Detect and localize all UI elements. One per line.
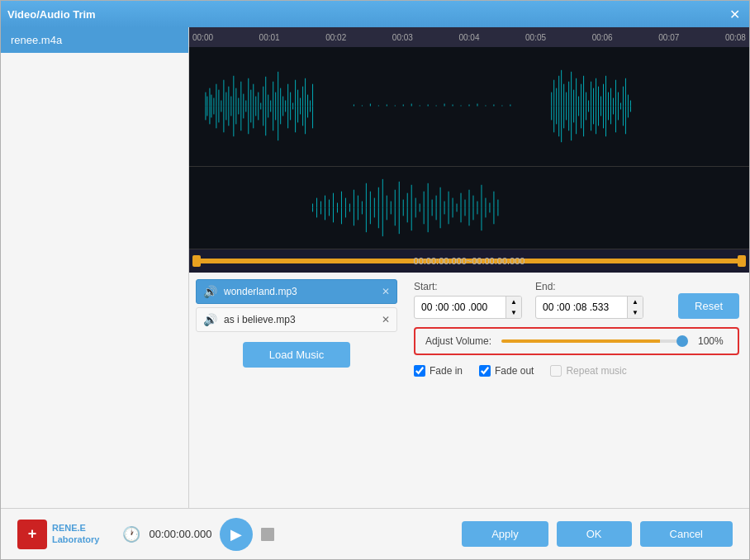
apply-button[interactable]: Apply <box>462 521 548 547</box>
timeline-labels: 00:00 00:01 00:02 00:03 00:04 00:05 00:0… <box>192 33 746 42</box>
end-spin-down[interactable]: ▼ <box>628 307 643 318</box>
timeline-label-4: 00:04 <box>458 33 479 42</box>
music-item-close-0[interactable]: ✕ <box>382 286 390 297</box>
playback-section: 🕐 00:00:00.000 ▶ <box>122 518 452 551</box>
window-title: Video/Audio Trim <box>7 8 96 21</box>
fade-out-label: Fade out <box>495 365 534 377</box>
volume-label: Adjust Volume: <box>425 335 491 347</box>
brand-line1: RENE.E <box>52 523 99 534</box>
stop-button[interactable] <box>261 528 274 541</box>
start-label: Start: <box>414 281 522 292</box>
timeline-label-3: 00:03 <box>392 33 413 42</box>
close-button[interactable]: ✕ <box>726 6 743 22</box>
brand-line2: Laboratory <box>52 534 99 545</box>
repeat-music-checkbox <box>550 365 562 377</box>
reset-button[interactable]: Reset <box>678 293 739 319</box>
trim-controls: Start: ▲ ▼ End: <box>404 273 749 508</box>
fade-in-checkbox[interactable] <box>414 365 425 377</box>
clock-icon: 🕐 <box>122 525 140 543</box>
end-spin-up[interactable]: ▲ <box>628 297 643 307</box>
waveform-svg-bottom <box>189 167 749 249</box>
play-icon: ▶ <box>230 525 242 543</box>
volume-slider[interactable] <box>501 339 688 343</box>
playback-time: 00:00:00.000 <box>149 528 211 540</box>
brand-logo: + <box>17 520 47 549</box>
start-spin: ▲ ▼ <box>506 297 521 318</box>
load-music-wrapper: Load Music <box>196 342 397 368</box>
scrubber-handle-left[interactable] <box>192 255 201 267</box>
main-window: Video/Audio Trim ✕ renee.m4a 00:00 00:01… <box>0 0 750 560</box>
bottom-bar: + RENE.E Laboratory 🕐 00:00:00.000 ▶ App… <box>1 508 749 559</box>
controls-area: 🔊 wonderland.mp3 ✕ 🔊 as i believe.mp3 ✕ … <box>189 273 749 508</box>
waveform-track-top <box>189 47 749 167</box>
end-input-wrapper: ▲ ▼ <box>535 296 643 319</box>
brand-area: + RENE.E Laboratory <box>17 520 99 549</box>
timeline-label-8: 00:08 <box>725 33 746 42</box>
music-item-name-1: as i believe.mp3 <box>224 314 296 325</box>
repeat-music-item[interactable]: Repeat music <box>550 365 626 377</box>
timeline-label-7: 00:07 <box>658 33 679 42</box>
scrubber-bar[interactable]: 00:00:00.000~00:00:00.000 <box>189 249 749 273</box>
start-input[interactable] <box>415 298 506 316</box>
end-spin: ▲ ▼ <box>627 297 643 318</box>
timeline-label-0: 00:00 <box>192 33 213 42</box>
footer-buttons: Apply OK Cancel <box>462 521 733 547</box>
fade-in-item[interactable]: Fade in <box>414 365 463 377</box>
main-panel: 00:00 00:01 00:02 00:03 00:04 00:05 00:0… <box>189 27 749 508</box>
end-field: End: ▲ ▼ <box>535 281 643 319</box>
waveform-svg-top <box>189 47 749 166</box>
music-item-0[interactable]: 🔊 wonderland.mp3 ✕ <box>196 279 397 304</box>
music-item-1[interactable]: 🔊 as i believe.mp3 ✕ <box>196 307 397 332</box>
fade-in-label: Fade in <box>430 365 463 377</box>
timeline-label-5: 00:05 <box>525 33 546 42</box>
fade-out-checkbox[interactable] <box>479 365 491 377</box>
fade-out-item[interactable]: Fade out <box>479 365 534 377</box>
end-input[interactable] <box>536 298 627 316</box>
music-list-panel: 🔊 wonderland.mp3 ✕ 🔊 as i believe.mp3 ✕ … <box>189 273 404 508</box>
start-field: Start: ▲ ▼ <box>414 281 522 319</box>
music-item-close-1[interactable]: ✕ <box>382 314 390 325</box>
timeline-ruler: 00:00 00:01 00:02 00:03 00:04 00:05 00:0… <box>189 27 749 47</box>
volume-section: Adjust Volume: 100% <box>414 327 739 355</box>
timeline-label-1: 00:01 <box>259 33 280 42</box>
content-area: renee.m4a 00:00 00:01 00:02 00:03 00:04 … <box>1 27 749 508</box>
volume-value: 100% <box>698 335 728 347</box>
start-input-wrapper: ▲ ▼ <box>414 296 522 319</box>
load-music-button[interactable]: Load Music <box>243 342 350 368</box>
start-spin-up[interactable]: ▲ <box>506 297 521 307</box>
sidebar-item-label: renee.m4a <box>11 34 62 46</box>
play-button[interactable]: ▶ <box>220 518 253 551</box>
time-inputs-row: Start: ▲ ▼ End: <box>414 281 739 319</box>
waveform-track-bottom <box>189 167 749 249</box>
sidebar: renee.m4a <box>1 27 189 508</box>
end-label: End: <box>535 281 643 292</box>
timeline-label-6: 00:06 <box>592 33 613 42</box>
sidebar-item-file[interactable]: renee.m4a <box>1 27 188 53</box>
start-spin-down[interactable]: ▼ <box>506 307 521 318</box>
titlebar: Video/Audio Trim ✕ <box>1 1 749 27</box>
scrubber-time-display: 00:00:00.000~00:00:00.000 <box>414 256 525 266</box>
repeat-music-label: Repeat music <box>566 365 626 377</box>
music-icon-0: 🔊 <box>203 285 217 298</box>
brand-logo-icon: + <box>28 525 37 543</box>
music-icon-1: 🔊 <box>203 313 217 326</box>
brand-text: RENE.E Laboratory <box>52 523 99 544</box>
scrubber-handle-right[interactable] <box>738 255 746 267</box>
ok-button[interactable]: OK <box>557 521 632 547</box>
timeline-label-2: 00:02 <box>325 33 346 42</box>
checkboxes-row: Fade in Fade out Repeat music <box>414 365 739 377</box>
music-item-name-0: wonderland.mp3 <box>224 286 297 297</box>
waveform-area: 00:00 00:01 00:02 00:03 00:04 00:05 00:0… <box>189 27 749 273</box>
cancel-button[interactable]: Cancel <box>640 521 733 547</box>
